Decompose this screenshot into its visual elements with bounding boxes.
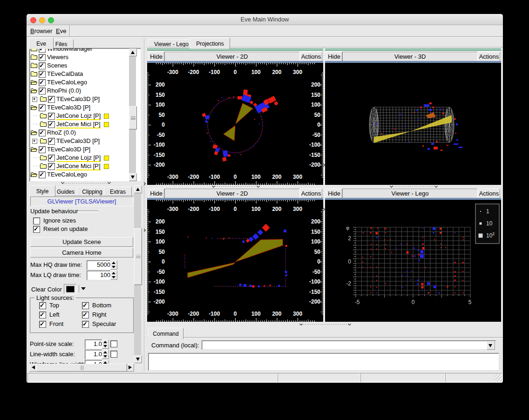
update-scene-button[interactable]: Update Scene	[30, 237, 133, 247]
tree-item-tevecalolego[interactable]: ✓TEveCaloLego	[30, 78, 132, 87]
tree-item-checkbox[interactable]: ✓	[48, 113, 55, 120]
tree-item-checkbox[interactable]: ✓	[48, 96, 55, 103]
scale-extra-checkbox[interactable]	[110, 351, 117, 358]
tree-item-checkbox[interactable]: ✓	[48, 121, 55, 128]
tree-item-checkbox[interactable]: ✓	[39, 104, 46, 111]
tree-item-checkbox[interactable]: ✓	[39, 88, 46, 95]
tree-item-jetcone-mici-p[interactable]: ✓JetCone Mici [P]	[30, 162, 132, 170]
jet-color-swatch[interactable]	[104, 156, 109, 161]
browser-tab-eve[interactable]: Eve	[29, 38, 54, 49]
tree-item-checkbox[interactable]: ✓	[48, 138, 55, 145]
command-output[interactable]	[148, 353, 499, 371]
light-checkbox-bottom[interactable]: ✓	[82, 302, 89, 309]
tree-item-rhoz-0-0[interactable]: ✓RhoZ (0.0)	[30, 129, 132, 137]
tree-item-scenes[interactable]: ✓Scenes	[30, 61, 132, 70]
style-scroll-thumb[interactable]	[134, 228, 142, 285]
jet-color-swatch[interactable]	[104, 114, 109, 119]
field-input-point-size-scale-[interactable]: 1.0	[85, 339, 104, 349]
window-grab-strip[interactable]	[325, 48, 501, 51]
expand-plus-icon[interactable]	[32, 139, 37, 144]
splitter-arrow-icon[interactable]	[61, 181, 64, 184]
scroll-down-button[interactable]	[129, 173, 137, 181]
tree-item-jetcone-mici-p[interactable]: ✓JetCone Mici [P]	[30, 120, 132, 129]
actions-button[interactable]: Actions	[478, 52, 500, 61]
spin-down-button[interactable]	[102, 344, 109, 349]
style-hscroll-thumb[interactable]	[36, 364, 127, 372]
scroll-right-button[interactable]	[126, 364, 134, 372]
gl-canvas-threed[interactable]	[325, 63, 501, 185]
jet-color-swatch[interactable]	[104, 122, 109, 127]
tree-item-checkbox[interactable]: ✓	[39, 171, 46, 178]
checkbox-ignore-sizes[interactable]	[33, 217, 40, 224]
tree-item-tevecalo3d-p[interactable]: ✓TEveCalo3D [P]	[30, 145, 132, 154]
spin-down-button[interactable]	[110, 264, 117, 270]
gl-canvas-lego[interactable]: φ20-2-505110102	[325, 200, 501, 322]
spin-down-button[interactable]	[102, 354, 109, 359]
menu-browser[interactable]: Browser	[27, 27, 55, 35]
spin-down-button[interactable]	[110, 275, 117, 280]
command-tab[interactable]: Command	[148, 328, 183, 339]
clear-color-dropdown[interactable]	[79, 285, 86, 292]
scroll-down-button[interactable]	[134, 355, 142, 363]
glviewer-link[interactable]: GLViewer [TGLSAViewer]	[30, 196, 133, 206]
tree-scroll-thumb[interactable]	[129, 106, 137, 129]
tree-item-checkbox[interactable]: ✓	[39, 71, 46, 78]
tree-vscrollbar[interactable]	[129, 48, 136, 181]
tree-item-checkbox[interactable]: ✓	[48, 163, 55, 170]
gl-canvas-rhoz[interactable]: -300-300-200-200-100-1000010010020020030…	[147, 200, 323, 322]
light-checkbox-right[interactable]: ✓	[82, 312, 89, 318]
tree-item-jetcone-lojz-p[interactable]: ✓JetCone Lojz [P]	[30, 154, 132, 162]
command-input[interactable]	[202, 340, 496, 350]
jet-color-swatch[interactable]	[104, 164, 109, 169]
splitter-arrow-icon[interactable]	[108, 181, 111, 184]
splitter-arrow-icon[interactable]	[299, 323, 303, 326]
light-checkbox-left[interactable]: ✓	[39, 312, 46, 318]
command-history-dropdown[interactable]	[487, 341, 495, 350]
menu-eve[interactable]: Eve	[53, 27, 69, 35]
style-tab-extras[interactable]: Extras	[104, 187, 132, 196]
tree-item-tevecalo3d-p[interactable]: ✓TEveCalo3D [P]	[30, 95, 132, 103]
spin-up-button[interactable]	[102, 360, 109, 364]
tree-item-rhophi-0-0[interactable]: ✓RhoPhi (0.0)	[30, 87, 132, 95]
checkbox-reset-on-update[interactable]: ✓	[33, 226, 40, 233]
tree-item-checkbox[interactable]: ✓	[39, 129, 46, 136]
clear-color-swatch[interactable]	[64, 284, 77, 294]
style-tab-style[interactable]: Style	[29, 185, 55, 196]
camera-home-button[interactable]: Camera Home	[30, 248, 133, 257]
style-vscroll-track[interactable]	[134, 185, 141, 363]
tree-item-checkbox[interactable]: ✓	[48, 155, 55, 162]
tree-item-checkbox[interactable]: ✓	[39, 62, 46, 69]
actions-button[interactable]: Actions	[300, 52, 322, 61]
window-grab-strip[interactable]	[147, 48, 323, 51]
gl-canvas-rhophi[interactable]: -300-300-200-200-100-1000010010020020030…	[147, 63, 323, 185]
splitter-arrow-icon[interactable]	[143, 229, 146, 232]
tree-item-tevecalo3d-p[interactable]: ✓TEveCalo3D [P]	[30, 137, 132, 145]
splitter-arrow-icon[interactable]	[212, 185, 215, 188]
hide-button[interactable]: Hide	[148, 189, 164, 198]
tree-item-checkbox[interactable]: ✓	[39, 79, 46, 86]
splitter-arrow-icon[interactable]	[434, 185, 438, 188]
splitter-arrow-icon[interactable]	[348, 323, 351, 326]
tree-item-checkbox[interactable]: ✓	[39, 146, 46, 153]
window-title-bar[interactable]: Eve Main Window	[27, 14, 503, 25]
hide-button[interactable]: Hide	[326, 189, 342, 198]
light-checkbox-specular[interactable]: ✓	[82, 321, 89, 328]
viewer-tab-projections[interactable]: Projections	[190, 38, 230, 49]
field-input-max-hq-draw-time-[interactable]: 5000	[87, 260, 113, 270]
scroll-up-button[interactable]	[129, 48, 137, 56]
field-input-wireframe-line-width[interactable]: 1.0	[85, 360, 104, 364]
light-checkbox-front[interactable]: ✓	[39, 321, 46, 328]
scroll-up-button[interactable]	[134, 185, 142, 193]
tree-item-tevecalolego[interactable]: ✓TEveCaloLego	[30, 170, 132, 179]
field-input-max-lq-draw-time-[interactable]: 100	[87, 271, 113, 280]
expand-plus-icon[interactable]	[32, 97, 37, 102]
hide-button[interactable]: Hide	[148, 52, 164, 61]
actions-button[interactable]: Actions	[300, 189, 322, 198]
tree-item-tevecalo3d-p[interactable]: ✓TEveCalo3D [P]	[30, 103, 132, 112]
splitter-arrow-icon[interactable]	[390, 185, 393, 188]
scale-extra-checkbox[interactable]	[110, 340, 117, 347]
tree-item-viewers[interactable]: ✓Viewers	[30, 53, 132, 61]
style-hscroll-track[interactable]	[29, 364, 134, 371]
tree-item-jetcone-lojz-p[interactable]: ✓JetCone Lojz [P]	[30, 112, 132, 120]
style-tab-clipping[interactable]: Clipping	[76, 187, 108, 196]
